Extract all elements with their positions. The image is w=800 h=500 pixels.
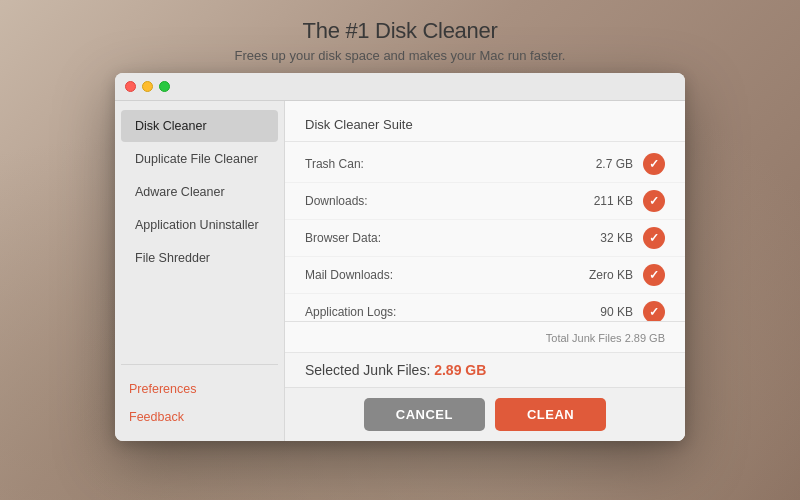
item-size: 2.7 GB bbox=[553, 157, 633, 171]
sidebar: Disk Cleaner Duplicate File Cleaner Adwa… bbox=[115, 101, 285, 441]
item-label: Trash Can: bbox=[305, 157, 553, 171]
sidebar-item-preferences[interactable]: Preferences bbox=[121, 375, 278, 403]
app-window: Disk Cleaner Duplicate File Cleaner Adwa… bbox=[115, 73, 685, 441]
item-size: Zero KB bbox=[553, 268, 633, 282]
item-size: 32 KB bbox=[553, 231, 633, 245]
list-item: Downloads:211 KB bbox=[285, 183, 685, 220]
sidebar-nav: Disk Cleaner Duplicate File Cleaner Adwa… bbox=[115, 109, 284, 364]
sidebar-item-disk-cleaner[interactable]: Disk Cleaner bbox=[121, 110, 278, 142]
sidebar-item-feedback[interactable]: Feedback bbox=[121, 403, 278, 431]
list-item: Browser Data:32 KB bbox=[285, 220, 685, 257]
list-item: Mail Downloads:Zero KB bbox=[285, 257, 685, 294]
item-label: Mail Downloads: bbox=[305, 268, 553, 282]
item-size: 211 KB bbox=[553, 194, 633, 208]
summary-label: Selected Junk Files: 2.89 GB bbox=[305, 362, 486, 378]
item-label: Browser Data: bbox=[305, 231, 553, 245]
minimize-button[interactable] bbox=[142, 81, 153, 92]
cancel-button[interactable]: CANCEL bbox=[364, 398, 485, 431]
summary-value: 2.89 GB bbox=[434, 362, 486, 378]
sidebar-item-file-shredder[interactable]: File Shredder bbox=[121, 242, 278, 274]
list-item: Application Logs:90 KB bbox=[285, 294, 685, 321]
action-bar: CANCEL CLEAN bbox=[285, 387, 685, 441]
total-row: Total Junk Files 2.89 GB bbox=[285, 321, 685, 352]
items-list: Trash Can:2.7 GBDownloads:211 KBBrowser … bbox=[285, 142, 685, 321]
item-checkbox[interactable] bbox=[643, 227, 665, 249]
item-label: Application Logs: bbox=[305, 305, 553, 319]
sidebar-item-application-uninstaller[interactable]: Application Uninstaller bbox=[121, 209, 278, 241]
close-button[interactable] bbox=[125, 81, 136, 92]
window-body: Disk Cleaner Duplicate File Cleaner Adwa… bbox=[115, 101, 685, 441]
summary-section: Selected Junk Files: 2.89 GB bbox=[285, 352, 685, 387]
item-label: Downloads: bbox=[305, 194, 553, 208]
main-header: Disk Cleaner Suite bbox=[285, 101, 685, 142]
main-header-title: Disk Cleaner Suite bbox=[305, 117, 413, 132]
sidebar-footer: Preferences Feedback bbox=[121, 364, 278, 441]
item-checkbox[interactable] bbox=[643, 301, 665, 321]
hero-title: The #1 Disk Cleaner bbox=[235, 18, 566, 44]
maximize-button[interactable] bbox=[159, 81, 170, 92]
window-titlebar bbox=[115, 73, 685, 101]
clean-button[interactable]: CLEAN bbox=[495, 398, 606, 431]
hero-subtitle: Frees up your disk space and makes your … bbox=[235, 48, 566, 63]
item-checkbox[interactable] bbox=[643, 190, 665, 212]
total-text: Total Junk Files 2.89 GB bbox=[546, 332, 665, 344]
item-checkbox[interactable] bbox=[643, 153, 665, 175]
list-item: Trash Can:2.7 GB bbox=[285, 146, 685, 183]
main-content: Disk Cleaner Suite Trash Can:2.7 GBDownl… bbox=[285, 101, 685, 441]
traffic-lights bbox=[125, 81, 170, 92]
item-size: 90 KB bbox=[553, 305, 633, 319]
sidebar-item-adware-cleaner[interactable]: Adware Cleaner bbox=[121, 176, 278, 208]
item-checkbox[interactable] bbox=[643, 264, 665, 286]
sidebar-item-duplicate-file-cleaner[interactable]: Duplicate File Cleaner bbox=[121, 143, 278, 175]
